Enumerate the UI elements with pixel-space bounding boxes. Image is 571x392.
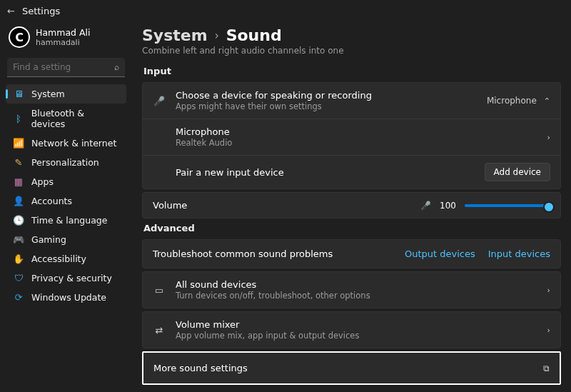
sidebar-item-time-language[interactable]: 🕒Time & language [6, 211, 126, 230]
add-device-button[interactable]: Add device [485, 163, 550, 181]
sidebar-item-accessibility[interactable]: ✋Accessibility [6, 249, 126, 268]
sidebar-item-bluetooth-devices[interactable]: ᛒBluetooth & devices [6, 104, 126, 134]
choose-input-desc: Apps might have their own settings [176, 101, 477, 111]
mixer-title: Volume mixer [176, 319, 537, 330]
external-link-icon: ⧉ [543, 363, 550, 373]
chevron-up-icon: ⌃ [544, 96, 550, 106]
more-sound-settings-card[interactable]: More sound settings ⧉ [142, 351, 561, 385]
all-devices-title: All sound devices [176, 279, 537, 290]
sidebar-item-system[interactable]: 🖥System [6, 84, 126, 104]
search-input[interactable] [7, 58, 125, 77]
chevron-right-icon: › [547, 286, 550, 295]
sidebar-item-gaming[interactable]: 🎮Gaming [6, 230, 126, 249]
system-icon: 🖥 [13, 89, 24, 99]
troubleshoot-card: Troubleshoot common sound problems Outpu… [142, 239, 561, 268]
input-device-name: Microphone [176, 126, 537, 137]
bluetooth-devices-icon: ᛒ [13, 114, 24, 124]
accessibility-icon: ✋ [13, 253, 24, 264]
sidebar-item-apps[interactable]: ▦Apps [6, 172, 126, 191]
sidebar-item-label: Privacy & security [31, 273, 112, 283]
input-card: 🎤 Choose a device for speaking or record… [142, 82, 561, 189]
profile-block[interactable]: C Hammad Ali hammadali [6, 25, 126, 54]
choose-input-title: Choose a device for speaking or recordin… [176, 90, 477, 101]
volume-mixer-card[interactable]: ⇄ Volume mixer App volume mix, app input… [142, 311, 561, 348]
volume-label: Volume [153, 200, 187, 211]
breadcrumb: System › Sound [142, 26, 561, 44]
breadcrumb-page: Sound [226, 26, 282, 44]
selected-input-device: Microphone [487, 96, 537, 106]
input-device-driver: Realtek Audio [176, 138, 537, 148]
mono-audio-desc: Combine left and right audio channels in… [142, 46, 561, 56]
sidebar: C Hammad Ali hammadali ⌕ 🖥SystemᛒBluetoo… [0, 22, 132, 392]
sidebar-item-label: Personalization [31, 157, 99, 168]
profile-username: hammadali [36, 38, 90, 47]
more-sound-title: More sound settings [153, 363, 543, 373]
troubleshoot-output-link[interactable]: Output devices [405, 248, 475, 259]
sidebar-item-label: Time & language [31, 215, 107, 226]
accounts-icon: 👤 [13, 196, 24, 206]
breadcrumb-separator: › [215, 29, 219, 42]
sidebar-item-accounts[interactable]: 👤Accounts [6, 191, 126, 211]
profile-name: Hammad Ali [36, 27, 90, 38]
privacy-security-icon: 🛡 [13, 273, 24, 283]
advanced-section-label: Advanced [143, 223, 561, 233]
sidebar-item-label: Gaming [31, 234, 66, 245]
avatar: C [9, 26, 30, 48]
sidebar-item-label: Apps [31, 176, 54, 187]
troubleshoot-input-link[interactable]: Input devices [488, 248, 550, 259]
choose-input-device-row[interactable]: 🎤 Choose a device for speaking or record… [143, 83, 560, 119]
sidebar-item-label: Accounts [31, 196, 72, 206]
sidebar-item-network-internet[interactable]: 📶Network & internet [6, 134, 126, 153]
sidebar-item-personalization[interactable]: ✎Personalization [6, 153, 126, 172]
input-volume-row: Volume 🎤 100 [143, 193, 560, 218]
network-internet-icon: 📶 [13, 138, 24, 149]
devices-icon: ▭ [153, 285, 166, 296]
sidebar-item-label: Windows Update [31, 292, 106, 303]
all-devices-desc: Turn devices on/off, troubleshoot, other… [176, 291, 537, 301]
troubleshoot-row: Troubleshoot common sound problems Outpu… [143, 240, 560, 268]
chevron-right-icon: › [547, 133, 550, 142]
search-icon[interactable]: ⌕ [114, 62, 119, 72]
sidebar-item-windows-update[interactable]: ⟳Windows Update [6, 288, 126, 307]
window-title: Settings [22, 6, 60, 16]
chevron-right-icon: › [547, 326, 550, 335]
troubleshoot-title: Troubleshoot common sound problems [153, 248, 392, 259]
mixer-icon: ⇄ [153, 325, 166, 336]
personalization-icon: ✎ [13, 157, 24, 168]
sidebar-item-label: Accessibility [31, 253, 86, 264]
input-device-microphone-row[interactable]: Microphone Realtek Audio › [143, 119, 560, 155]
input-volume-card: Volume 🎤 100 [142, 192, 561, 218]
all-sound-devices-card[interactable]: ▭ All sound devices Turn devices on/off,… [142, 271, 561, 308]
sidebar-item-label: Network & internet [31, 138, 116, 149]
gaming-icon: 🎮 [13, 234, 24, 245]
sidebar-item-label: Bluetooth & devices [31, 108, 119, 129]
input-section-label: Input [143, 66, 561, 76]
windows-update-icon: ⟳ [13, 292, 24, 303]
time-language-icon: 🕒 [13, 215, 24, 226]
breadcrumb-root[interactable]: System [142, 26, 208, 44]
mixer-desc: App volume mix, app input & output devic… [176, 331, 537, 341]
volume-slider[interactable] [465, 204, 550, 207]
pair-input-title: Pair a new input device [176, 167, 475, 178]
sidebar-item-label: System [31, 89, 65, 99]
apps-icon: ▦ [13, 176, 24, 187]
back-icon[interactable]: ← [7, 6, 15, 16]
volume-value: 100 [440, 201, 456, 211]
microphone-icon: 🎤 [153, 96, 166, 106]
content-pane: System › Sound Combine left and right au… [132, 22, 571, 392]
sidebar-item-privacy-security[interactable]: 🛡Privacy & security [6, 268, 126, 288]
search-container: ⌕ [7, 58, 125, 77]
pair-input-device-row: Pair a new input device Add device [143, 155, 560, 189]
microphone-icon[interactable]: 🎤 [420, 201, 431, 211]
